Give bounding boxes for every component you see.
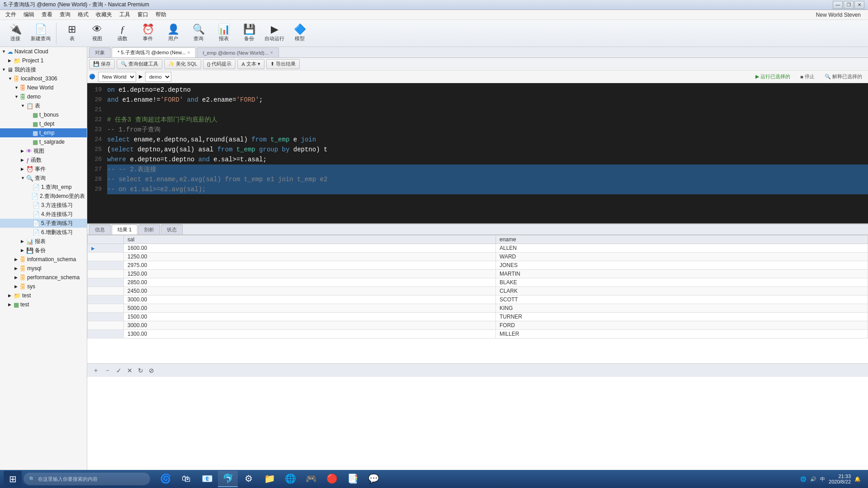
- sidebar-item-project1[interactable]: ▶ 📁 Project 1: [0, 56, 87, 65]
- sidebar-item-views[interactable]: ▶ 👁 视图: [0, 146, 87, 155]
- filter-button[interactable]: ⊘: [147, 367, 156, 374]
- stop-button[interactable]: ■ 停止: [796, 72, 819, 82]
- toolbar-view-label: 视图: [92, 35, 102, 42]
- sidebar-item-temp[interactable]: ▦ t_emp: [0, 128, 87, 137]
- toolbar-autorun[interactable]: ▶ 自动运行: [263, 22, 286, 45]
- sidebar-item-tsalgrade[interactable]: ▦ t_salgrade: [0, 137, 87, 146]
- menu-edit[interactable]: 编辑: [20, 10, 38, 19]
- title-bar: 5.子查询练习 @demo (New World) - 查询 - Navicat…: [0, 0, 868, 10]
- results-tab-profile[interactable]: 剖析: [138, 225, 160, 235]
- beautify-sql-button[interactable]: ✨ 美化 SQL: [164, 59, 201, 69]
- sidebar-item-demo[interactable]: ▼ 🗄 demo: [0, 92, 87, 101]
- taskbar-navicat[interactable]: 🐬: [218, 471, 238, 487]
- sidebar-item-query6[interactable]: 📄 6.增删改练习: [0, 228, 87, 237]
- delete-row-button[interactable]: －: [103, 366, 113, 375]
- add-row-button[interactable]: ＋: [91, 366, 101, 375]
- taskbar-wechat[interactable]: 💬: [363, 471, 383, 487]
- taskbar-cortana[interactable]: 🌀: [156, 471, 175, 487]
- results-tab-info[interactable]: 信息: [89, 225, 111, 235]
- taskbar-files[interactable]: 📁: [259, 471, 279, 487]
- toolbar-function[interactable]: ƒ 函数: [111, 22, 134, 45]
- text-button[interactable]: A 文本 ▾: [237, 59, 264, 69]
- sidebar-label-query2: 2.查询demo里的表: [40, 192, 85, 200]
- sidebar-item-infoschema[interactable]: ▶ 🗄 information_schema: [0, 255, 87, 264]
- sidebar-item-queries[interactable]: ▼ 🔍 查询: [0, 174, 87, 183]
- start-button[interactable]: ⊞: [4, 471, 22, 487]
- toolbar-new-query[interactable]: 📄 新建查询: [29, 22, 52, 45]
- menu-format[interactable]: 格式: [74, 10, 92, 19]
- code-hint-button[interactable]: {} 代码提示: [203, 59, 236, 69]
- tab-temp-close[interactable]: ×: [270, 50, 273, 55]
- results-tab-status[interactable]: 状态: [161, 225, 183, 235]
- sidebar-item-query4[interactable]: 📄 4.外连接练习: [0, 210, 87, 219]
- connection-select[interactable]: New World: [98, 72, 136, 82]
- toolbar-report[interactable]: 📊 报表: [212, 22, 236, 45]
- toolbar-backup[interactable]: 💾 备份: [237, 22, 261, 45]
- toolbar-event[interactable]: ⏰ 事件: [136, 22, 160, 45]
- sidebar-item-query1[interactable]: 📄 1.查询t_emp: [0, 183, 87, 192]
- sidebar-item-query2[interactable]: 📄 2.查询demo里的表: [0, 192, 87, 201]
- save-button[interactable]: 💾 保存: [89, 59, 115, 69]
- sidebar-item-newworld[interactable]: ▼ 🗄 New World: [0, 83, 87, 92]
- sidebar-item-query3[interactable]: 📄 3.方连接练习: [0, 201, 87, 210]
- taskbar-settings[interactable]: ⚙: [239, 471, 259, 487]
- menu-favorites[interactable]: 收藏夹: [92, 10, 116, 19]
- explain-button[interactable]: 🔍 解释已选择的: [821, 72, 866, 82]
- sidebar-item-reports[interactable]: ▶ 📊 报表: [0, 237, 87, 246]
- tab-object[interactable]: 对象: [89, 47, 111, 57]
- minimize-button[interactable]: —: [833, 1, 843, 9]
- check-button[interactable]: ✓: [114, 367, 123, 374]
- results-tab-result1[interactable]: 结果 1: [112, 225, 137, 235]
- taskbar-app2[interactable]: 🎮: [301, 471, 321, 487]
- cell-ename: MILLER: [496, 330, 868, 338]
- menu-view[interactable]: 查看: [38, 10, 56, 19]
- menu-help[interactable]: 帮助: [152, 10, 170, 19]
- refresh-button[interactable]: ↻: [136, 367, 145, 374]
- db-select[interactable]: demo: [145, 72, 171, 82]
- sidebar-item-test1[interactable]: ▶ 📁 test: [0, 291, 87, 300]
- menu-tools[interactable]: 工具: [116, 10, 134, 19]
- sidebar-item-functions[interactable]: ▶ ƒ 函数: [0, 155, 87, 164]
- cancel-edit-button[interactable]: ✕: [125, 367, 134, 374]
- export-results-button[interactable]: ⬆ 导出结果: [266, 59, 300, 69]
- query-designer-button[interactable]: 🔍 查询创建工具: [117, 59, 162, 69]
- menu-query[interactable]: 查询: [56, 10, 74, 19]
- sidebar-item-query5[interactable]: 📄 5.子查询练习: [0, 219, 87, 228]
- sidebar-item-backups[interactable]: ▶ 💾 备份: [0, 246, 87, 255]
- sidebar-item-my-connections[interactable]: ▼ 🖥 我的连接: [0, 65, 87, 74]
- taskbar-ppt[interactable]: 📑: [343, 471, 363, 487]
- close-button[interactable]: ✕: [854, 1, 864, 9]
- taskbar-chrome[interactable]: 🌐: [280, 471, 300, 487]
- sidebar-item-tbonus[interactable]: ▦ t_bonus: [0, 110, 87, 119]
- taskbar-store[interactable]: 🛍: [176, 471, 196, 487]
- toolbar-user[interactable]: 👤 用户: [161, 22, 185, 45]
- sidebar-item-events[interactable]: ▶ ⏰ 事件: [0, 164, 87, 174]
- toolbar-model[interactable]: 🔷 模型: [288, 22, 311, 45]
- taskbar-mail[interactable]: 📧: [197, 471, 217, 487]
- menu-window[interactable]: 窗口: [134, 10, 152, 19]
- taskbar-notification[interactable]: 🔔: [854, 476, 861, 482]
- sidebar-item-mysql[interactable]: ▶ 🗄 mysql: [0, 264, 87, 273]
- menu-file[interactable]: 文件: [2, 10, 20, 19]
- toolbar-connect[interactable]: 🔌 连接: [4, 22, 27, 45]
- sidebar-item-tables[interactable]: ▼ 📋 表: [0, 101, 87, 110]
- toolbar-table[interactable]: ⊞ 表: [60, 22, 84, 45]
- sidebar-item-test2[interactable]: ▶ ▦ test: [0, 300, 87, 309]
- sidebar-item-sys[interactable]: ▶ 🗄 sys: [0, 282, 87, 291]
- sidebar-item-navicat-cloud[interactable]: ▼ ☁ Navicat Cloud: [0, 47, 87, 56]
- tab-query-close[interactable]: ×: [188, 50, 190, 55]
- toolbar-view[interactable]: 👁 视图: [85, 22, 109, 45]
- run-selected-button[interactable]: ▶ 运行已选择的: [751, 72, 794, 82]
- sidebar-item-localhost[interactable]: ▼ 🗄 localhost_3306: [0, 74, 87, 83]
- code-editor[interactable]: 19 on e1.deptno=e2.deptno 20 and e1.enam…: [87, 83, 868, 223]
- toolbar-query[interactable]: 🔍 查询: [187, 22, 210, 45]
- results-table-container[interactable]: sal ename ▶1600.00ALLEN1250.00WARD2975.0…: [87, 235, 868, 363]
- taskbar-app3[interactable]: 🔴: [322, 471, 342, 487]
- restore-button[interactable]: ❐: [844, 1, 854, 9]
- tab-query[interactable]: * 5.子查询练习 @demo (New... ×: [112, 47, 196, 57]
- toolbar-report-label: 报表: [219, 35, 229, 42]
- taskbar-search[interactable]: 🔍 在这里输入你要搜索的内容: [24, 473, 150, 485]
- sidebar-item-perfschema[interactable]: ▶ 🗄 performance_schema: [0, 273, 87, 282]
- sidebar-item-tdept[interactable]: ▦ t_dept: [0, 119, 87, 128]
- tab-temp[interactable]: t_emp @demo (New World)... ×: [197, 47, 278, 57]
